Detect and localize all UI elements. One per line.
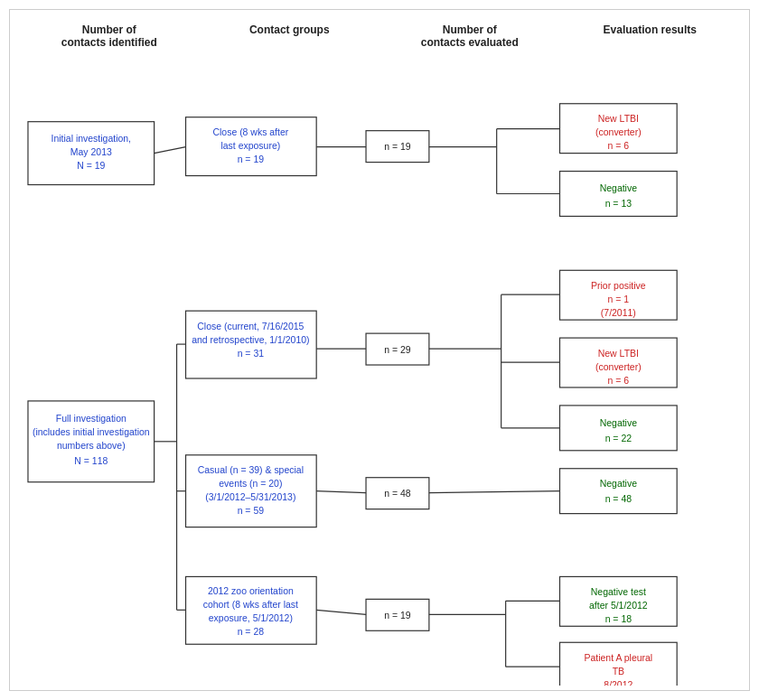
svg-text:n = 31: n = 31 [238, 349, 265, 359]
svg-text:8/2012: 8/2012 [604, 680, 632, 686]
svg-text:n = 22: n = 22 [605, 434, 632, 443]
svg-text:N = 118: N = 118 [74, 456, 108, 466]
res-ltbi1-label: New LTBI [598, 114, 639, 124]
eval-29-label: n = 29 [384, 345, 411, 355]
svg-text:n = 1: n = 1 [608, 294, 630, 304]
res-neg3-box [560, 469, 678, 514]
svg-text:(3/1/2012–5/31/2013): (3/1/2012–5/31/2013) [205, 492, 295, 502]
close-8wks-label: Close (8 wks after [212, 127, 288, 137]
line-casual-to-eval48 [316, 491, 366, 493]
svg-text:n = 48: n = 48 [605, 494, 632, 504]
svg-text:and retrospective, 1/1/2010): and retrospective, 1/1/2010) [192, 335, 309, 345]
res-neg1-box [560, 172, 678, 217]
eval-19a-label: n = 19 [384, 142, 411, 152]
svg-text:(includes initial investigatio: (includes initial investigation [33, 427, 150, 437]
initial-investigation-label: Initial investigation, [52, 134, 131, 144]
res-neg1-label: Negative [600, 183, 637, 193]
svg-text:n = 19: n = 19 [238, 154, 265, 164]
diagram-container: Number ofcontacts identified Contact gro… [9, 9, 750, 691]
column-headers: Number ofcontacts identified Contact gro… [19, 19, 740, 53]
res-patientA-label: Patient A pleural [585, 653, 653, 663]
svg-text:n = 6: n = 6 [608, 376, 630, 386]
eval-48-label: n = 48 [384, 489, 411, 499]
res-patientA-box [560, 642, 678, 686]
col-header-2: Contact groups [200, 23, 380, 49]
svg-text:(converter): (converter) [595, 127, 642, 137]
res-ltbi2-label: New LTBI [598, 349, 639, 359]
svg-text:last exposure): last exposure) [220, 141, 280, 151]
col-header-4: Evaluation results [560, 23, 741, 49]
line-eval48-to-neg3 [429, 491, 560, 493]
svg-text:n = 28: n = 28 [238, 627, 265, 637]
svg-text:N = 19: N = 19 [77, 161, 105, 171]
res-negtest-label: Negative test [591, 587, 646, 597]
svg-text:n = 59: n = 59 [238, 506, 265, 516]
svg-text:n = 6: n = 6 [608, 141, 630, 151]
svg-text:(7/2011): (7/2011) [601, 308, 636, 318]
svg-text:events (n = 20): events (n = 20) [219, 479, 282, 489]
svg-text:cohort (8 wks after last: cohort (8 wks after last [203, 600, 298, 610]
svg-text:n = 18: n = 18 [605, 614, 632, 624]
svg-text:exposure, 5/1/2012): exposure, 5/1/2012) [209, 613, 293, 623]
res-neg2-box [560, 406, 678, 451]
res-prior-label: Prior positive [591, 281, 646, 291]
line-zoo-to-eval19b [316, 610, 366, 614]
full-investigation-label: Full investigation [56, 414, 126, 424]
close-current-label: Close (current, 7/16/2015 [197, 322, 304, 331]
flow-diagram: Initial investigation, May 2013 N = 19 F… [19, 62, 740, 686]
casual-label: Casual (n = 39) & special [198, 465, 304, 475]
col-header-3: Number ofcontacts evaluated [380, 23, 560, 49]
zoo-label: 2012 zoo orientation [208, 586, 294, 596]
svg-text:after 5/1/2012: after 5/1/2012 [589, 601, 648, 611]
svg-text:numbers above): numbers above) [57, 441, 126, 451]
svg-text:n = 13: n = 13 [605, 199, 632, 209]
res-neg2-label: Negative [600, 418, 637, 428]
res-neg3-label: Negative [600, 479, 637, 489]
eval-19b-label: n = 19 [384, 611, 411, 621]
svg-text:May 2013: May 2013 [70, 147, 112, 157]
line-initial-to-close8 [155, 147, 186, 154]
svg-text:TB: TB [613, 667, 624, 677]
col-header-1: Number ofcontacts identified [19, 23, 200, 49]
svg-text:(converter): (converter) [595, 362, 642, 372]
